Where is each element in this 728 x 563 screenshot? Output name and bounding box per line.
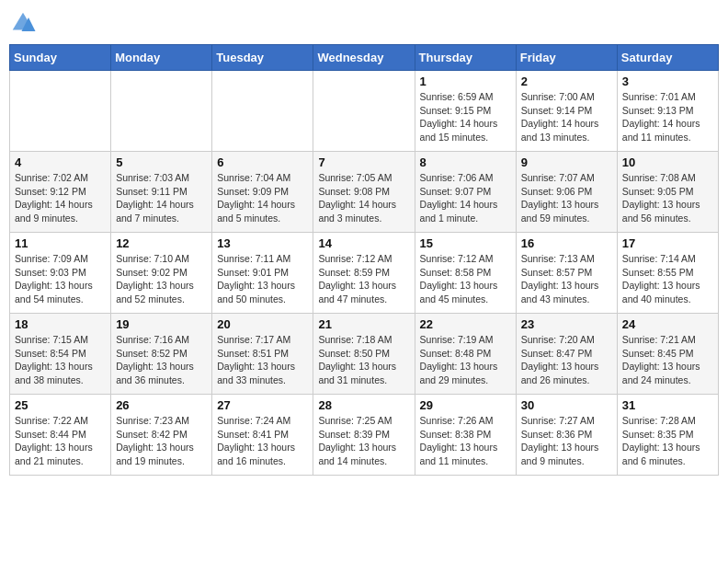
- calendar-cell: 18Sunrise: 7:15 AM Sunset: 8:54 PM Dayli…: [10, 314, 111, 395]
- day-number: 30: [521, 398, 612, 412]
- day-info: Sunrise: 7:24 AM Sunset: 8:41 PM Dayligh…: [217, 414, 308, 468]
- day-number: 9: [521, 155, 612, 169]
- day-info: Sunrise: 7:02 AM Sunset: 9:12 PM Dayligh…: [15, 171, 106, 225]
- calendar-cell: 26Sunrise: 7:23 AM Sunset: 8:42 PM Dayli…: [111, 395, 212, 476]
- calendar-cell: [212, 71, 313, 152]
- day-number: 29: [420, 398, 511, 412]
- calendar-cell: 28Sunrise: 7:25 AM Sunset: 8:39 PM Dayli…: [313, 395, 415, 476]
- calendar-cell: 14Sunrise: 7:12 AM Sunset: 8:59 PM Dayli…: [313, 233, 415, 314]
- calendar-cell: 20Sunrise: 7:17 AM Sunset: 8:51 PM Dayli…: [212, 314, 313, 395]
- calendar-cell: 31Sunrise: 7:28 AM Sunset: 8:35 PM Dayli…: [617, 395, 718, 476]
- day-info: Sunrise: 7:06 AM Sunset: 9:07 PM Dayligh…: [420, 171, 511, 225]
- day-info: Sunrise: 7:10 AM Sunset: 9:02 PM Dayligh…: [116, 252, 207, 306]
- week-row-1: 4Sunrise: 7:02 AM Sunset: 9:12 PM Daylig…: [10, 152, 719, 233]
- day-info: Sunrise: 7:13 AM Sunset: 8:57 PM Dayligh…: [521, 252, 612, 306]
- day-info: Sunrise: 7:25 AM Sunset: 8:39 PM Dayligh…: [318, 414, 409, 468]
- day-number: 24: [622, 317, 713, 331]
- day-number: 10: [622, 155, 713, 169]
- day-header-monday: Monday: [111, 45, 212, 71]
- day-number: 28: [318, 398, 409, 412]
- calendar-cell: 11Sunrise: 7:09 AM Sunset: 9:03 PM Dayli…: [10, 233, 111, 314]
- calendar-cell: [313, 71, 415, 152]
- calendar-cell: 15Sunrise: 7:12 AM Sunset: 8:58 PM Dayli…: [415, 233, 516, 314]
- days-header-row: SundayMondayTuesdayWednesdayThursdayFrid…: [10, 45, 719, 71]
- calendar-cell: 22Sunrise: 7:19 AM Sunset: 8:48 PM Dayli…: [415, 314, 516, 395]
- day-info: Sunrise: 7:01 AM Sunset: 9:13 PM Dayligh…: [622, 90, 713, 144]
- day-header-wednesday: Wednesday: [313, 45, 415, 71]
- day-header-tuesday: Tuesday: [212, 45, 313, 71]
- calendar-cell: 4Sunrise: 7:02 AM Sunset: 9:12 PM Daylig…: [10, 152, 111, 233]
- day-info: Sunrise: 7:26 AM Sunset: 8:38 PM Dayligh…: [420, 414, 511, 468]
- calendar-cell: 19Sunrise: 7:16 AM Sunset: 8:52 PM Dayli…: [111, 314, 212, 395]
- day-number: 27: [217, 398, 308, 412]
- logo-icon: [9, 9, 37, 37]
- day-info: Sunrise: 7:08 AM Sunset: 9:05 PM Dayligh…: [622, 171, 713, 225]
- day-number: 7: [318, 155, 409, 169]
- week-row-3: 18Sunrise: 7:15 AM Sunset: 8:54 PM Dayli…: [10, 314, 719, 395]
- day-info: Sunrise: 7:00 AM Sunset: 9:14 PM Dayligh…: [521, 90, 612, 144]
- day-info: Sunrise: 7:19 AM Sunset: 8:48 PM Dayligh…: [420, 333, 511, 387]
- calendar-cell: 17Sunrise: 7:14 AM Sunset: 8:55 PM Dayli…: [617, 233, 718, 314]
- day-info: Sunrise: 7:27 AM Sunset: 8:36 PM Dayligh…: [521, 414, 612, 468]
- day-number: 19: [116, 317, 207, 331]
- logo: [9, 9, 40, 37]
- day-info: Sunrise: 7:17 AM Sunset: 8:51 PM Dayligh…: [217, 333, 308, 387]
- day-number: 20: [217, 317, 308, 331]
- day-number: 18: [15, 317, 106, 331]
- day-info: Sunrise: 7:14 AM Sunset: 8:55 PM Dayligh…: [622, 252, 713, 306]
- day-number: 6: [217, 155, 308, 169]
- calendar-cell: 13Sunrise: 7:11 AM Sunset: 9:01 PM Dayli…: [212, 233, 313, 314]
- day-number: 5: [116, 155, 207, 169]
- day-number: 2: [521, 75, 612, 88]
- day-info: Sunrise: 7:04 AM Sunset: 9:09 PM Dayligh…: [217, 171, 308, 225]
- day-number: 15: [420, 236, 511, 250]
- day-number: 17: [622, 236, 713, 250]
- calendar-cell: 3Sunrise: 7:01 AM Sunset: 9:13 PM Daylig…: [617, 71, 718, 152]
- week-row-4: 25Sunrise: 7:22 AM Sunset: 8:44 PM Dayli…: [10, 395, 719, 476]
- day-header-saturday: Saturday: [617, 45, 718, 71]
- calendar-cell: [111, 71, 212, 152]
- day-number: 31: [622, 398, 713, 412]
- day-number: 13: [217, 236, 308, 250]
- calendar-cell: 1Sunrise: 6:59 AM Sunset: 9:15 PM Daylig…: [415, 71, 516, 152]
- week-row-2: 11Sunrise: 7:09 AM Sunset: 9:03 PM Dayli…: [10, 233, 719, 314]
- day-info: Sunrise: 7:07 AM Sunset: 9:06 PM Dayligh…: [521, 171, 612, 225]
- calendar-cell: 21Sunrise: 7:18 AM Sunset: 8:50 PM Dayli…: [313, 314, 415, 395]
- day-info: Sunrise: 7:22 AM Sunset: 8:44 PM Dayligh…: [15, 414, 106, 468]
- day-info: Sunrise: 6:59 AM Sunset: 9:15 PM Dayligh…: [420, 90, 511, 144]
- calendar-cell: 27Sunrise: 7:24 AM Sunset: 8:41 PM Dayli…: [212, 395, 313, 476]
- day-info: Sunrise: 7:15 AM Sunset: 8:54 PM Dayligh…: [15, 333, 106, 387]
- day-number: 23: [521, 317, 612, 331]
- day-info: Sunrise: 7:12 AM Sunset: 8:58 PM Dayligh…: [420, 252, 511, 306]
- calendar-cell: 7Sunrise: 7:05 AM Sunset: 9:08 PM Daylig…: [313, 152, 415, 233]
- day-info: Sunrise: 7:05 AM Sunset: 9:08 PM Dayligh…: [318, 171, 409, 225]
- day-info: Sunrise: 7:18 AM Sunset: 8:50 PM Dayligh…: [318, 333, 409, 387]
- calendar-cell: 24Sunrise: 7:21 AM Sunset: 8:45 PM Dayli…: [617, 314, 718, 395]
- day-number: 1: [420, 75, 511, 88]
- day-number: 26: [116, 398, 207, 412]
- week-row-0: 1Sunrise: 6:59 AM Sunset: 9:15 PM Daylig…: [10, 71, 719, 152]
- day-number: 21: [318, 317, 409, 331]
- day-number: 8: [420, 155, 511, 169]
- day-header-thursday: Thursday: [415, 45, 516, 71]
- day-header-friday: Friday: [516, 45, 617, 71]
- day-number: 11: [15, 236, 106, 250]
- calendar-cell: 9Sunrise: 7:07 AM Sunset: 9:06 PM Daylig…: [516, 152, 617, 233]
- calendar-cell: 12Sunrise: 7:10 AM Sunset: 9:02 PM Dayli…: [111, 233, 212, 314]
- calendar-cell: 8Sunrise: 7:06 AM Sunset: 9:07 PM Daylig…: [415, 152, 516, 233]
- day-number: 14: [318, 236, 409, 250]
- calendar-cell: 2Sunrise: 7:00 AM Sunset: 9:14 PM Daylig…: [516, 71, 617, 152]
- day-info: Sunrise: 7:09 AM Sunset: 9:03 PM Dayligh…: [15, 252, 106, 306]
- day-info: Sunrise: 7:28 AM Sunset: 8:35 PM Dayligh…: [622, 414, 713, 468]
- day-info: Sunrise: 7:03 AM Sunset: 9:11 PM Dayligh…: [116, 171, 207, 225]
- calendar-cell: 5Sunrise: 7:03 AM Sunset: 9:11 PM Daylig…: [111, 152, 212, 233]
- day-number: 25: [15, 398, 106, 412]
- calendar-table: SundayMondayTuesdayWednesdayThursdayFrid…: [9, 44, 719, 476]
- day-number: 22: [420, 317, 511, 331]
- calendar-cell: 16Sunrise: 7:13 AM Sunset: 8:57 PM Dayli…: [516, 233, 617, 314]
- page-header: [9, 9, 719, 37]
- day-info: Sunrise: 7:21 AM Sunset: 8:45 PM Dayligh…: [622, 333, 713, 387]
- day-header-sunday: Sunday: [10, 45, 111, 71]
- day-number: 4: [15, 155, 106, 169]
- day-info: Sunrise: 7:11 AM Sunset: 9:01 PM Dayligh…: [217, 252, 308, 306]
